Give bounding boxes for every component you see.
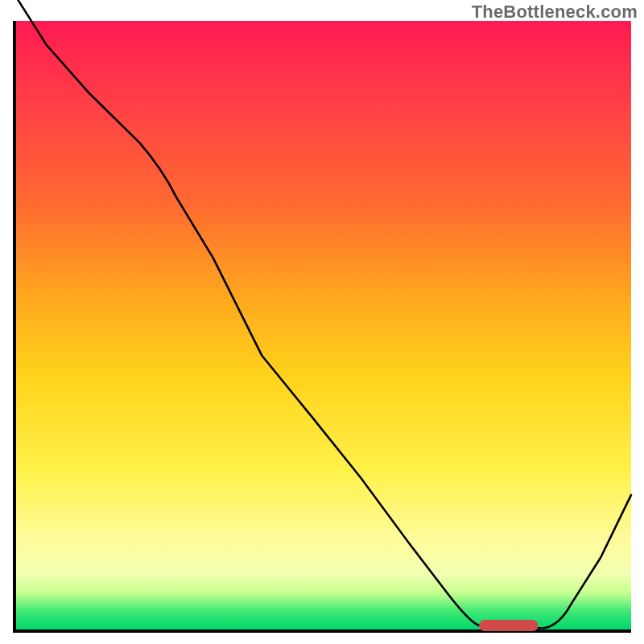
optimal-marker [479, 620, 539, 631]
plot-area [13, 21, 631, 633]
watermark-text: TheBottleneck.com [472, 2, 638, 23]
bottleneck-curve-path [16, 0, 631, 630]
line-chart-svg [16, 21, 631, 630]
chart-container: { "watermark": "TheBottleneck.com", "cha… [0, 0, 644, 644]
